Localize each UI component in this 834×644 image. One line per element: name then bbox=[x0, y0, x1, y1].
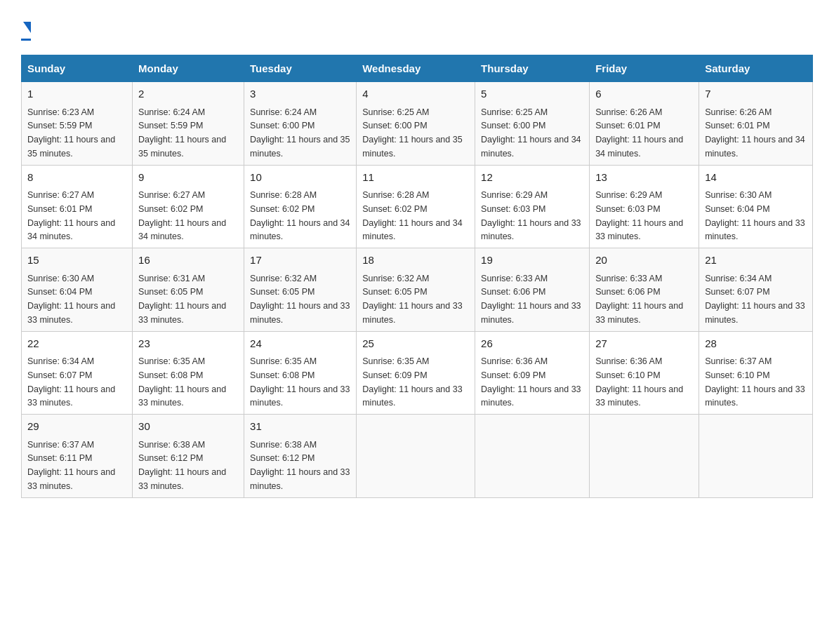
day-number: 13 bbox=[595, 170, 693, 186]
day-number: 29 bbox=[27, 419, 126, 435]
day-info: Sunrise: 6:30 AMSunset: 6:04 PMDaylight:… bbox=[705, 190, 805, 241]
day-info: Sunrise: 6:24 AMSunset: 6:00 PMDaylight:… bbox=[250, 107, 350, 159]
day-info: Sunrise: 6:29 AMSunset: 6:03 PMDaylight:… bbox=[595, 190, 683, 241]
day-info: Sunrise: 6:27 AMSunset: 6:01 PMDaylight:… bbox=[27, 190, 115, 241]
header-row: SundayMondayTuesdayWednesdayThursdayFrid… bbox=[22, 55, 813, 82]
day-info: Sunrise: 6:38 AMSunset: 6:12 PMDaylight:… bbox=[250, 440, 350, 491]
day-number: 18 bbox=[362, 253, 469, 269]
day-cell: 20Sunrise: 6:33 AMSunset: 6:06 PMDayligh… bbox=[590, 248, 699, 332]
day-cell: 9Sunrise: 6:27 AMSunset: 6:02 PMDaylight… bbox=[133, 165, 244, 248]
day-cell bbox=[475, 415, 590, 498]
day-info: Sunrise: 6:29 AMSunset: 6:03 PMDaylight:… bbox=[481, 190, 581, 241]
day-cell: 29Sunrise: 6:37 AMSunset: 6:11 PMDayligh… bbox=[22, 415, 133, 498]
day-number: 17 bbox=[250, 253, 350, 269]
day-info: Sunrise: 6:28 AMSunset: 6:02 PMDaylight:… bbox=[362, 190, 462, 241]
calendar-table: SundayMondayTuesdayWednesdayThursdayFrid… bbox=[21, 55, 813, 498]
day-cell: 28Sunrise: 6:37 AMSunset: 6:10 PMDayligh… bbox=[699, 331, 813, 415]
day-number: 23 bbox=[138, 336, 238, 352]
day-number: 20 bbox=[595, 253, 693, 269]
day-number: 15 bbox=[27, 253, 126, 269]
day-cell: 3Sunrise: 6:24 AMSunset: 6:00 PMDaylight… bbox=[244, 82, 357, 166]
day-cell: 16Sunrise: 6:31 AMSunset: 6:05 PMDayligh… bbox=[133, 248, 244, 332]
day-cell: 2Sunrise: 6:24 AMSunset: 5:59 PMDaylight… bbox=[133, 82, 244, 166]
week-row-2: 8Sunrise: 6:27 AMSunset: 6:01 PMDaylight… bbox=[22, 165, 813, 248]
day-number: 24 bbox=[250, 336, 350, 352]
day-number: 1 bbox=[27, 86, 126, 102]
day-cell: 13Sunrise: 6:29 AMSunset: 6:03 PMDayligh… bbox=[590, 165, 699, 248]
column-header-monday: Monday bbox=[133, 55, 244, 82]
day-info: Sunrise: 6:28 AMSunset: 6:02 PMDaylight:… bbox=[250, 190, 350, 241]
page-header bbox=[21, 14, 813, 41]
day-cell: 5Sunrise: 6:25 AMSunset: 6:00 PMDaylight… bbox=[475, 82, 590, 166]
day-cell: 10Sunrise: 6:28 AMSunset: 6:02 PMDayligh… bbox=[244, 165, 357, 248]
day-info: Sunrise: 6:34 AMSunset: 6:07 PMDaylight:… bbox=[27, 356, 115, 408]
day-info: Sunrise: 6:36 AMSunset: 6:10 PMDaylight:… bbox=[595, 356, 683, 408]
day-cell: 7Sunrise: 6:26 AMSunset: 6:01 PMDaylight… bbox=[699, 82, 813, 166]
week-row-1: 1Sunrise: 6:23 AMSunset: 5:59 PMDaylight… bbox=[22, 82, 813, 166]
day-info: Sunrise: 6:36 AMSunset: 6:09 PMDaylight:… bbox=[481, 356, 581, 408]
day-number: 31 bbox=[250, 419, 350, 435]
day-info: Sunrise: 6:23 AMSunset: 5:59 PMDaylight:… bbox=[27, 107, 115, 159]
day-cell: 26Sunrise: 6:36 AMSunset: 6:09 PMDayligh… bbox=[475, 331, 590, 415]
day-number: 12 bbox=[481, 170, 583, 186]
day-info: Sunrise: 6:25 AMSunset: 6:00 PMDaylight:… bbox=[481, 107, 581, 159]
day-cell: 19Sunrise: 6:33 AMSunset: 6:06 PMDayligh… bbox=[475, 248, 590, 332]
day-number: 26 bbox=[481, 336, 583, 352]
day-info: Sunrise: 6:33 AMSunset: 6:06 PMDaylight:… bbox=[481, 274, 581, 325]
week-row-3: 15Sunrise: 6:30 AMSunset: 6:04 PMDayligh… bbox=[22, 248, 813, 332]
week-row-5: 29Sunrise: 6:37 AMSunset: 6:11 PMDayligh… bbox=[22, 415, 813, 498]
day-info: Sunrise: 6:24 AMSunset: 5:59 PMDaylight:… bbox=[138, 107, 226, 159]
column-header-wednesday: Wednesday bbox=[357, 55, 475, 82]
day-number: 6 bbox=[595, 86, 693, 102]
day-cell: 1Sunrise: 6:23 AMSunset: 5:59 PMDaylight… bbox=[22, 82, 133, 166]
day-cell: 6Sunrise: 6:26 AMSunset: 6:01 PMDaylight… bbox=[590, 82, 699, 166]
day-number: 5 bbox=[481, 86, 583, 102]
day-cell: 31Sunrise: 6:38 AMSunset: 6:12 PMDayligh… bbox=[244, 415, 357, 498]
day-number: 9 bbox=[138, 170, 238, 186]
day-number: 22 bbox=[27, 336, 126, 352]
day-number: 27 bbox=[595, 336, 693, 352]
day-cell: 24Sunrise: 6:35 AMSunset: 6:08 PMDayligh… bbox=[244, 331, 357, 415]
day-number: 16 bbox=[138, 253, 238, 269]
day-number: 11 bbox=[362, 170, 469, 186]
day-cell: 12Sunrise: 6:29 AMSunset: 6:03 PMDayligh… bbox=[475, 165, 590, 248]
day-info: Sunrise: 6:37 AMSunset: 6:10 PMDaylight:… bbox=[705, 356, 805, 408]
day-info: Sunrise: 6:35 AMSunset: 6:09 PMDaylight:… bbox=[362, 356, 462, 408]
day-number: 21 bbox=[705, 253, 807, 269]
day-number: 4 bbox=[362, 86, 469, 102]
day-number: 8 bbox=[27, 170, 126, 186]
day-number: 3 bbox=[250, 86, 350, 102]
day-info: Sunrise: 6:32 AMSunset: 6:05 PMDaylight:… bbox=[362, 274, 462, 325]
column-header-tuesday: Tuesday bbox=[244, 55, 357, 82]
day-number: 28 bbox=[705, 336, 807, 352]
day-cell: 25Sunrise: 6:35 AMSunset: 6:09 PMDayligh… bbox=[357, 331, 475, 415]
day-number: 10 bbox=[250, 170, 350, 186]
logo-underline bbox=[21, 39, 31, 41]
day-cell: 14Sunrise: 6:30 AMSunset: 6:04 PMDayligh… bbox=[699, 165, 813, 248]
day-cell: 30Sunrise: 6:38 AMSunset: 6:12 PMDayligh… bbox=[133, 415, 244, 498]
day-info: Sunrise: 6:25 AMSunset: 6:00 PMDaylight:… bbox=[362, 107, 462, 159]
day-cell: 15Sunrise: 6:30 AMSunset: 6:04 PMDayligh… bbox=[22, 248, 133, 332]
day-info: Sunrise: 6:34 AMSunset: 6:07 PMDaylight:… bbox=[705, 274, 805, 325]
day-cell: 18Sunrise: 6:32 AMSunset: 6:05 PMDayligh… bbox=[357, 248, 475, 332]
day-info: Sunrise: 6:35 AMSunset: 6:08 PMDaylight:… bbox=[250, 356, 350, 408]
day-info: Sunrise: 6:26 AMSunset: 6:01 PMDaylight:… bbox=[705, 107, 805, 159]
logo bbox=[21, 14, 31, 41]
day-info: Sunrise: 6:30 AMSunset: 6:04 PMDaylight:… bbox=[27, 274, 115, 325]
day-cell: 27Sunrise: 6:36 AMSunset: 6:10 PMDayligh… bbox=[590, 331, 699, 415]
day-info: Sunrise: 6:33 AMSunset: 6:06 PMDaylight:… bbox=[595, 274, 683, 325]
day-cell bbox=[357, 415, 475, 498]
week-row-4: 22Sunrise: 6:34 AMSunset: 6:07 PMDayligh… bbox=[22, 331, 813, 415]
column-header-saturday: Saturday bbox=[699, 55, 813, 82]
day-number: 30 bbox=[138, 419, 238, 435]
column-header-thursday: Thursday bbox=[475, 55, 590, 82]
day-cell: 8Sunrise: 6:27 AMSunset: 6:01 PMDaylight… bbox=[22, 165, 133, 248]
day-cell: 4Sunrise: 6:25 AMSunset: 6:00 PMDaylight… bbox=[357, 82, 475, 166]
day-cell: 23Sunrise: 6:35 AMSunset: 6:08 PMDayligh… bbox=[133, 331, 244, 415]
column-header-friday: Friday bbox=[590, 55, 699, 82]
day-cell: 22Sunrise: 6:34 AMSunset: 6:07 PMDayligh… bbox=[22, 331, 133, 415]
day-info: Sunrise: 6:38 AMSunset: 6:12 PMDaylight:… bbox=[138, 440, 226, 491]
day-info: Sunrise: 6:27 AMSunset: 6:02 PMDaylight:… bbox=[138, 190, 226, 241]
day-number: 19 bbox=[481, 253, 583, 269]
day-info: Sunrise: 6:35 AMSunset: 6:08 PMDaylight:… bbox=[138, 356, 226, 408]
